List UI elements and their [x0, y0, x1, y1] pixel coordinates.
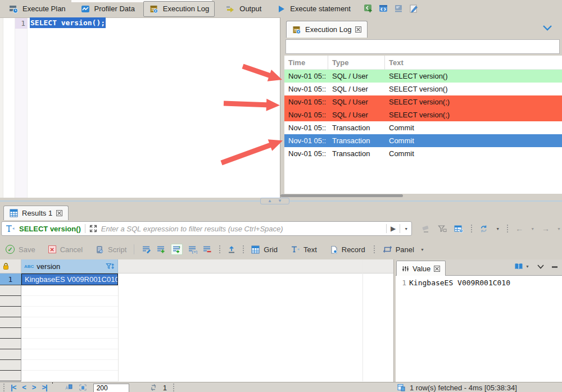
log-viewer-icon[interactable]	[394, 4, 404, 14]
forward-dropdown-icon[interactable]: ▼	[557, 227, 561, 231]
output-label: Output	[239, 4, 261, 13]
value-viewer[interactable]: 1 KingbaseES V009R001C010	[396, 275, 562, 382]
panel-dropdown-icon[interactable]: ▼	[420, 248, 424, 252]
svg-text:(+): (+)	[192, 249, 198, 254]
forward-icon[interactable]: →	[542, 225, 550, 233]
eraser-icon[interactable]	[421, 225, 430, 233]
grid-corner-cell[interactable]	[0, 259, 21, 274]
script-button[interactable]: Script	[96, 245, 126, 254]
cancel-button[interactable]: ✕ Cancel	[48, 245, 83, 254]
log-row[interactable]: Nov-01 05:: Transaction Commit	[284, 121, 562, 134]
column-header-time[interactable]: Time	[284, 56, 328, 70]
edit-document-icon[interactable]	[409, 4, 419, 14]
results-tab-bar: Results 1	[0, 204, 562, 220]
record-view-button[interactable]: Record	[330, 245, 365, 254]
close-icon[interactable]	[56, 210, 62, 216]
output-button[interactable]: Output	[220, 2, 266, 16]
selected-cell-value[interactable]: KingbaseES V009R001C010	[21, 274, 118, 285]
column-header-type[interactable]: Type	[328, 56, 385, 70]
dictionary-button[interactable]: ▼	[514, 263, 529, 270]
empty-row[interactable]	[0, 360, 393, 371]
expand-icon[interactable]	[89, 225, 97, 233]
empty-row[interactable]	[0, 296, 393, 307]
refresh-icon[interactable]	[479, 225, 488, 233]
log-filter-input[interactable]	[285, 39, 560, 54]
column-header-text[interactable]: Text	[385, 56, 562, 70]
collapse-down-icon[interactable]: ▼	[278, 199, 282, 203]
row-number[interactable]: 1	[0, 274, 21, 285]
edit-cell-icon[interactable]	[142, 245, 151, 254]
log-row-selected[interactable]: Nov-01 05:: Transaction Commit	[284, 134, 562, 147]
log-row[interactable]: Nov-01 05:: SQL / User SELECT version()	[284, 83, 562, 95]
grid-row-1[interactable]: 1 KingbaseES V009R001C010	[0, 274, 393, 285]
fetch-size-input[interactable]	[93, 384, 129, 392]
log-row[interactable]: Nov-01 05:: Transaction Commit	[284, 147, 562, 160]
copy-page-icon[interactable]	[79, 384, 87, 391]
log-cell-text: Commit	[385, 136, 562, 145]
save-button[interactable]: ✓ Save	[6, 245, 35, 254]
filter-placeholder[interactable]: Enter a SQL expression to filter results…	[101, 225, 382, 233]
sql-editor[interactable]: 1 SELECT version();	[0, 17, 280, 198]
view-menu-icon[interactable]	[537, 265, 544, 269]
text-view-button[interactable]: Text	[291, 245, 317, 254]
add-column-icon[interactable]: (+)	[188, 245, 197, 254]
empty-row[interactable]	[0, 328, 393, 339]
grid-settings-icon[interactable]	[454, 225, 464, 233]
last-page-icon[interactable]: >|	[42, 384, 47, 391]
splitter-collapse-buttons[interactable]: ▲ ▼	[260, 198, 289, 204]
apply-filter-icon[interactable]: ▶	[391, 225, 396, 232]
duplicate-row-icon[interactable]	[171, 244, 183, 255]
next-page-icon[interactable]: >	[32, 384, 36, 391]
profiler-data-button[interactable]: Profiler Data	[75, 2, 140, 16]
chevron-down-icon[interactable]	[542, 24, 553, 32]
log-row[interactable]: Nov-01 05:: SQL / User SELECT version()	[284, 70, 562, 83]
open-sql-script-icon[interactable]	[379, 4, 389, 14]
new-sql-editor-icon[interactable]	[364, 4, 374, 14]
empty-row[interactable]	[0, 317, 393, 328]
execute-statement-label: Execute statement	[290, 4, 351, 13]
results-tab[interactable]: Results 1	[3, 206, 69, 220]
clipboard-icon[interactable]	[397, 384, 405, 391]
fetch-refresh-icon[interactable]	[149, 384, 157, 391]
execution-log-label: Execution Log	[163, 4, 209, 13]
first-page-icon[interactable]: |<	[11, 384, 16, 391]
close-icon[interactable]	[355, 26, 361, 33]
select-row-icon[interactable]	[64, 384, 72, 391]
code-line[interactable]: SELECT version();	[30, 19, 106, 27]
close-icon[interactable]	[434, 266, 440, 272]
column-header-version[interactable]: ABC version	[21, 259, 118, 274]
execute-plan-button[interactable]: Execute Plan	[3, 2, 71, 16]
empty-row[interactable]	[0, 307, 393, 317]
book-icon	[514, 263, 523, 270]
minimize-icon[interactable]	[552, 266, 558, 268]
empty-row[interactable]	[0, 371, 393, 381]
value-tab[interactable]: Value	[396, 261, 446, 276]
execution-log-button[interactable]: Execution Log	[143, 1, 215, 17]
grid-view-button[interactable]: Grid	[251, 245, 278, 254]
log-row[interactable]: Nov-01 05:: SQL / User SELECT version(;)	[284, 95, 562, 108]
book-dropdown-icon[interactable]: ▼	[525, 265, 529, 268]
filter-expression-box[interactable]: SELECT version() Enter a SQL expression …	[1, 221, 412, 236]
filter-settings-icon[interactable]	[438, 225, 447, 233]
delete-row-icon[interactable]	[202, 245, 212, 254]
column-filter-sort-icon[interactable]	[106, 263, 115, 270]
horizontal-scrollbar[interactable]	[280, 194, 403, 197]
panel-button[interactable]: Panel ▼	[383, 245, 424, 254]
empty-row[interactable]	[0, 339, 393, 349]
execution-log-tab[interactable]: Execution Log	[286, 21, 368, 38]
empty-row[interactable]	[0, 349, 393, 360]
prev-page-icon[interactable]: <	[22, 384, 26, 391]
back-icon[interactable]: ←	[515, 225, 523, 233]
empty-row[interactable]	[0, 285, 393, 296]
log-row[interactable]: Nov-01 05:: SQL / User SELECT version(;)	[284, 108, 562, 121]
refresh-dropdown-icon[interactable]: ▼	[496, 227, 500, 231]
script-icon	[96, 245, 104, 254]
collapse-up-icon[interactable]: ▲	[268, 199, 272, 203]
back-dropdown-icon[interactable]: ▼	[531, 227, 534, 231]
execution-log-icon	[149, 4, 159, 14]
filter-dropdown-icon[interactable]: ▼	[404, 227, 408, 231]
horizontal-splitter[interactable]: ▲ ▼	[0, 198, 562, 204]
export-icon[interactable]	[228, 245, 235, 254]
execute-statement-button[interactable]: Execute statement	[271, 2, 356, 16]
add-row-icon[interactable]	[156, 245, 166, 254]
